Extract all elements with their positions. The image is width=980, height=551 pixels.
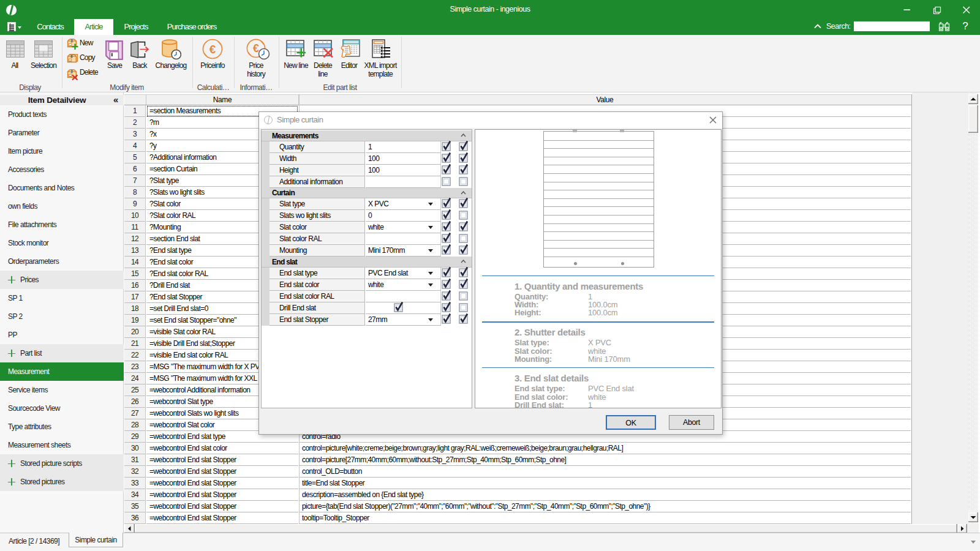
svg-text:€: € <box>253 42 259 54</box>
svg-text:€: € <box>209 43 216 56</box>
